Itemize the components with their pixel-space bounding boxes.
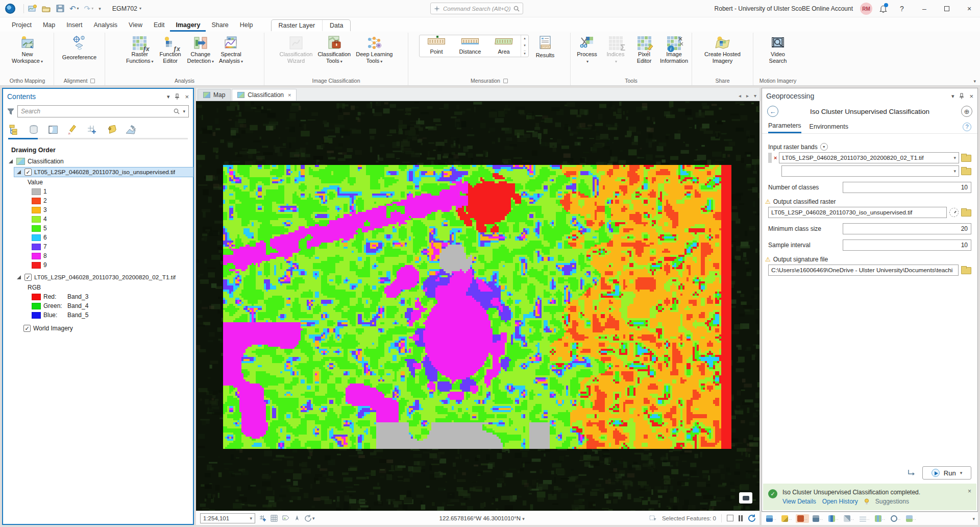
undo-button[interactable]: ↶▾ [69,4,79,13]
edit-pane-button[interactable]: .. [780,514,793,523]
mensuration-area-button[interactable]: Area [487,35,521,57]
results-button[interactable]: Results [531,34,559,60]
snapping-toggle-icon[interactable] [282,515,290,522]
grid-icon[interactable] [271,515,278,522]
view-list-icon[interactable]: ▾ [754,93,756,99]
history-pane-button[interactable]: .. [889,514,902,523]
scale-combo[interactable]: 1:254,101 ▾ [200,513,255,523]
mensuration-distance-button[interactable]: Distance [453,35,487,57]
project-name[interactable]: EGM702▾ [112,5,141,12]
contents-search-input[interactable]: Search ▾ [17,105,189,117]
gallery-down-icon[interactable]: ▾ [524,43,526,47]
enqueue-icon[interactable] [907,469,916,476]
tab-parameters[interactable]: Parameters [768,122,801,133]
indices-button[interactable]: Σ Indices▾ [601,34,630,66]
tab-edit[interactable]: Edit [148,19,170,32]
geoprocessing-close-icon[interactable]: × [969,92,973,100]
tab-imagery[interactable]: Imagery [170,19,206,32]
tab-view[interactable]: View [123,19,148,32]
browse-folder-icon[interactable] [961,167,971,175]
scroll-tabs-left-icon[interactable]: ◂ [739,93,741,99]
help-button[interactable]: ? [894,1,910,16]
raster-pane-button[interactable]: .. [873,514,887,523]
georeference-button[interactable]: Georeference [60,34,99,62]
suggestions-link[interactable]: Suggestions [875,497,909,506]
deep-learning-tools-button[interactable]: Deep LearningTools▾ [353,34,395,66]
browse-folder-icon[interactable] [961,208,971,217]
more-panes-icon[interactable]: ▾ [972,516,975,521]
spectral-analysis-button[interactable]: SpectralAnalysis▾ [216,34,246,66]
tab-share[interactable]: Share [206,19,234,32]
tab-insert[interactable]: Insert [61,19,88,32]
layer-checkbox[interactable]: ✓ [23,325,31,332]
table-pane-button[interactable]: .. [858,514,871,523]
add-bookmark-icon[interactable] [259,515,266,522]
close-view-icon[interactable]: × [288,92,291,98]
map-coordinates[interactable]: 122.6578166°W 46.3001010°N ▾ [319,515,645,521]
browse-folder-icon[interactable] [961,154,971,162]
process-button[interactable]: Process▾ [573,34,601,66]
layer-checkbox[interactable]: ✓ [24,274,32,281]
input-raster-combo-empty[interactable]: ▾ [781,165,959,177]
change-detection-button[interactable]: ChangeDetection▾ [185,34,217,66]
minimize-button[interactable]: – [917,1,932,16]
search-options-icon[interactable]: ▾ [183,109,185,114]
layer-node-landsat[interactable]: ✓ LT05_L2SP_046028_20110730_20200820_02_… [14,273,193,282]
list-by-data-source-tab[interactable] [28,124,40,136]
mensuration-dialog-launcher[interactable] [503,79,508,83]
collapse-list-icon[interactable]: ▾ [820,143,828,151]
tab-environments[interactable]: Environments [810,123,848,133]
output-classified-raster-input[interactable]: LT05_L2SP_046028_20110730_iso_unsupervis… [768,207,947,218]
rotate-icon[interactable]: ▾ [304,515,315,522]
selection-box-icon[interactable] [727,515,733,521]
signed-in-account[interactable]: Robert - University of Ulster ScoBE Onli… [715,5,853,12]
selected-features-count[interactable]: Selected Features: 0 [662,515,716,521]
refresh-map-button[interactable] [748,514,755,522]
gallery-up-icon[interactable]: ▴ [524,36,526,40]
charts-pane-button[interactable]: .. [827,514,840,523]
list-by-imagery-tab[interactable] [125,124,137,136]
tab-raster-layer[interactable]: Raster Layer [272,20,323,31]
layer-node-iso-unsupervised[interactable]: ✓ LT05_L2SP_046028_20110730_iso_unsuperv… [14,167,193,177]
map-node-classification[interactable]: Classification [3,157,193,166]
view-details-link[interactable]: View Details [782,497,816,506]
collapse-ribbon-icon[interactable]: ▾ [973,79,976,84]
mensuration-point-button[interactable]: Point [420,35,453,57]
contents-pin-icon[interactable] [175,93,180,100]
list-by-drawing-order-tab[interactable] [8,124,20,136]
list-by-selection-tab[interactable] [47,124,59,136]
dismiss-toast-icon[interactable]: × [968,488,971,495]
redo-button[interactable]: ↷▾ [84,4,94,13]
layer-checkbox[interactable]: ✓ [24,169,32,176]
tab-map[interactable]: Map [37,19,61,32]
restore-button[interactable] [939,1,954,16]
gallery-expand-icon[interactable]: ▾ [524,51,526,56]
view-tab-map[interactable]: Map [198,89,231,101]
sample-interval-input[interactable]: 10 [843,239,971,251]
layer-node-world-imagery[interactable]: ✓ World Imagery [21,324,193,333]
analysis-gallery-button[interactable]: .. [811,514,824,523]
geoprocessing-pane-button[interactable]: .. [796,514,809,523]
tab-analysis[interactable]: Analysis [88,19,124,32]
tool-help-icon[interactable]: ? [963,123,971,131]
alignment-dialog-launcher[interactable] [90,79,95,83]
map-popup-button[interactable] [739,492,752,504]
video-search-button[interactable]: VideoSearch [764,34,792,65]
output-signature-file-input[interactable]: C:\Users\e16006469\OneDrive - Ulster Uni… [768,265,959,276]
filter-icon[interactable] [7,108,14,115]
run-options-icon[interactable]: ▾ [960,470,963,475]
open-history-link[interactable]: Open History [822,497,858,506]
tab-data[interactable]: Data [322,20,350,31]
derived-output-icon[interactable] [949,208,959,217]
remove-row-icon[interactable]: × [774,155,777,161]
minimum-class-size-input[interactable]: 20 [843,223,971,234]
map-view[interactable] [196,101,760,511]
classification-tools-button[interactable]: ClassificationTools▾ [315,34,353,66]
input-raster-combo[interactable]: LT05_L2SP_046028_20110730_20200820_02_T1… [779,152,959,163]
number-of-classes-input[interactable]: 10 [843,182,971,193]
catalog-pane-button[interactable]: .. [765,514,778,523]
notifications-button[interactable] [879,5,887,13]
new-workspace-button[interactable]: NewWorkspace▾ [9,34,45,66]
image-information-button[interactable]: i ImageInformation [658,34,690,65]
expand-icon[interactable] [17,170,21,174]
